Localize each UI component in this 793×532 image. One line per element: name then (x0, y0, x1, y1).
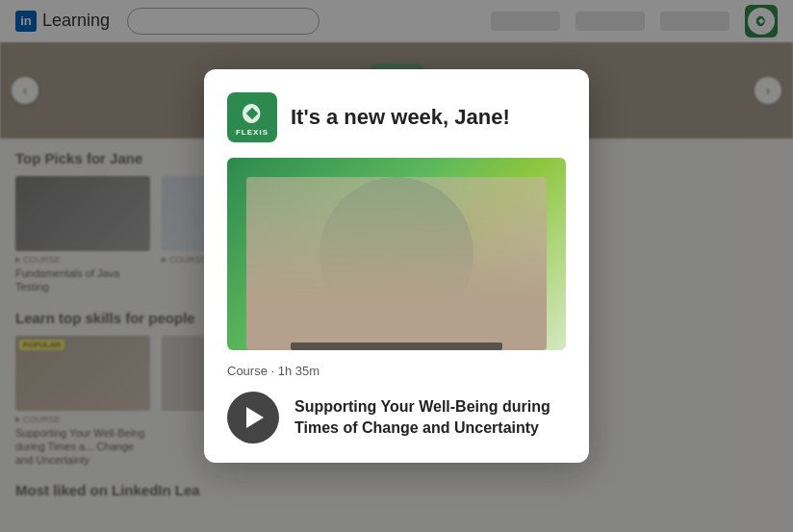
modal-flexis-badge: FLEXIS (227, 92, 277, 142)
modal-course-image (227, 158, 566, 350)
play-triangle-icon (246, 407, 264, 428)
modal-heading: It's a new week, Jane! (291, 105, 510, 130)
modal-play-button[interactable] (227, 392, 279, 443)
modal-overlay: FLEXIS It's a new week, Jane! Course · 1… (0, 0, 793, 532)
person-silhouette (246, 177, 547, 350)
desk-decoration (291, 342, 502, 350)
modal-dialog: FLEXIS It's a new week, Jane! Course · 1… (204, 69, 589, 463)
modal-course-meta: Course · 1h 35m (227, 364, 566, 378)
modal-course-title: Supporting Your Well-Being during Times … (294, 396, 566, 438)
modal-header: FLEXIS It's a new week, Jane! (227, 92, 566, 142)
modal-flexis-label: FLEXIS (236, 128, 269, 137)
modal-course-row: Supporting Your Well-Being during Times … (227, 392, 566, 443)
